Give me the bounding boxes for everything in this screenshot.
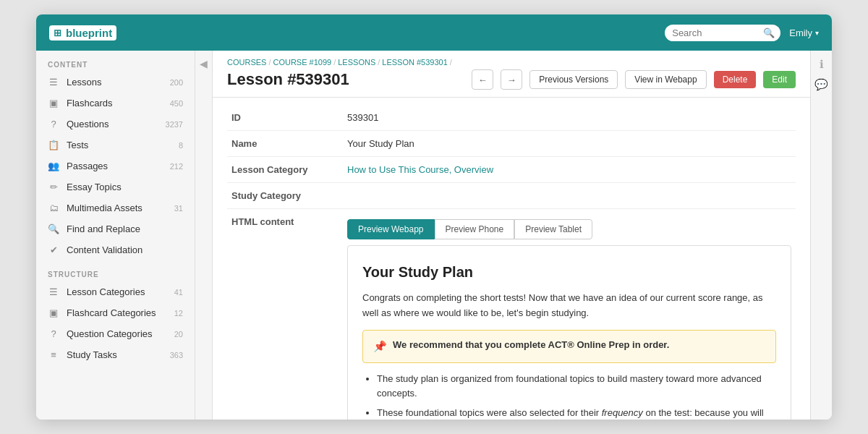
multimedia-icon: 🗂 (48, 203, 59, 213)
study-category-value (343, 183, 796, 209)
tab-preview-phone[interactable]: Preview Phone (435, 219, 515, 239)
search-box[interactable]: 🔍 (665, 25, 780, 41)
sidebar-item-essay-topics[interactable]: ✏ Essay Topics (36, 176, 195, 197)
edit-button[interactable]: Edit (763, 71, 796, 88)
bullet2-italic: frequency (602, 407, 643, 418)
lesson-categories-count: 41 (174, 288, 183, 297)
search-icon: 🔍 (763, 27, 775, 38)
html-content-label: HTML content (227, 209, 343, 420)
info-icon[interactable]: ℹ (820, 58, 824, 71)
table-row-html-content: HTML content Preview Webapp Preview Phon… (227, 209, 796, 420)
flashcards-icon: ▣ (48, 98, 59, 109)
notice-text: We recommend that you complete ACT® Onli… (393, 338, 669, 353)
nav-back-button[interactable]: ← (472, 69, 493, 90)
content-header: COURSES / COURSE #1099 / LESSONS / LESSO… (213, 51, 810, 98)
sidebar-label-multimedia: Multimedia Assets (67, 203, 167, 213)
sidebar-label-essay-topics: Essay Topics (67, 182, 176, 192)
study-tasks-icon: ≡ (48, 349, 59, 360)
lesson-category-value: How to Use This Course, Overview (343, 157, 796, 183)
detail-table: ID 539301 Name Your Study Plan Lesson Ca… (227, 105, 796, 420)
study-tasks-count: 363 (170, 351, 183, 359)
sidebar-item-find-replace[interactable]: 🔍 Find and Replace (36, 218, 195, 239)
sidebar-label-flashcard-categories: Flashcard Categories (67, 307, 167, 318)
sidebar-item-study-tasks[interactable]: ≡ Study Tasks 363 (36, 344, 195, 365)
content-heading: Your Study Plan (362, 260, 776, 284)
sidebar-label-question-categories: Question Categories (67, 328, 167, 339)
nav-forward-button[interactable]: → (501, 69, 522, 90)
chevron-down-icon: ▾ (815, 29, 819, 37)
study-category-label: Study Category (227, 183, 343, 209)
structure-section-label: STRUCTURE (36, 260, 195, 281)
sidebar-label-lesson-categories: Lesson Categories (67, 286, 167, 297)
sidebar-item-content-validation[interactable]: ✔ Content Validation (36, 239, 195, 260)
id-value: 539301 (343, 105, 796, 131)
sidebar-item-questions[interactable]: ? Questions 3237 (36, 114, 195, 135)
search-input[interactable] (672, 27, 759, 38)
content-validation-icon: ✔ (48, 244, 59, 255)
questions-count: 3237 (166, 120, 183, 129)
sidebar-item-flashcard-categories[interactable]: ▣ Flashcard Categories 12 (36, 302, 195, 323)
lesson-categories-icon: ☰ (48, 286, 59, 297)
content-area: COURSES / COURSE #1099 / LESSONS / LESSO… (213, 51, 810, 420)
sidebar-item-lesson-categories[interactable]: ☰ Lesson Categories 41 (36, 281, 195, 302)
detail-area: ID 539301 Name Your Study Plan Lesson Ca… (213, 98, 810, 420)
sidebar-item-tests[interactable]: 📋 Tests 8 (36, 135, 195, 156)
id-label: ID (227, 105, 343, 131)
html-content-preview: Your Study Plan Congrats on completing t… (347, 245, 791, 420)
passages-count: 212 (170, 162, 183, 171)
flashcards-count: 450 (170, 99, 183, 108)
table-row-study-category: Study Category (227, 183, 796, 209)
multimedia-count: 31 (174, 204, 183, 213)
content-list: The study plan is organized from foundat… (362, 372, 776, 420)
right-icon-rail: ℹ 💬 (810, 51, 832, 420)
sidebar-item-flashcards[interactable]: ▣ Flashcards 450 (36, 93, 195, 114)
prev-versions-button[interactable]: Previous Versions (529, 70, 618, 89)
header-row: Lesson #539301 ← → Previous Versions Vie… (227, 69, 796, 97)
user-menu[interactable]: Emily ▾ (789, 27, 819, 38)
breadcrumb-lessons[interactable]: LESSONS (338, 58, 375, 67)
sidebar-item-lessons[interactable]: ☰ Lessons 200 (36, 72, 195, 93)
breadcrumb-course[interactable]: COURSE #1099 (273, 58, 331, 67)
list-item: The study plan is organized from foundat… (377, 372, 776, 402)
table-row-id: ID 539301 (227, 105, 796, 131)
sidebar-item-passages[interactable]: 👥 Passages 212 (36, 156, 195, 176)
breadcrumb: COURSES / COURSE #1099 / LESSONS / LESSO… (227, 58, 796, 67)
topbar: ⊞ blueprint 🔍 Emily ▾ (36, 14, 832, 51)
tab-preview-webapp[interactable]: Preview Webapp (347, 219, 435, 239)
sidebar-label-passages: Passages (67, 161, 163, 171)
bullet2-prefix: These foundational topics were also sele… (377, 407, 602, 418)
name-value: Your Study Plan (343, 131, 796, 157)
list-item: These foundational topics were also sele… (377, 406, 776, 420)
sidebar-label-lessons: Lessons (67, 77, 163, 88)
content-section-label: CONTENT (36, 51, 195, 72)
pin-icon: 📌 (373, 338, 387, 355)
table-row-lesson-category: Lesson Category How to Use This Course, … (227, 157, 796, 183)
view-webapp-button[interactable]: View in Webapp (625, 70, 706, 89)
sidebar-item-multimedia[interactable]: 🗂 Multimedia Assets 31 (36, 197, 195, 218)
breadcrumb-lesson[interactable]: LESSON #539301 (382, 58, 448, 67)
breadcrumb-sep-4: / (450, 58, 452, 67)
logo-text: blueprint (66, 27, 112, 39)
find-replace-icon: 🔍 (48, 224, 59, 234)
lesson-category-link[interactable]: How to Use This Course, Overview (347, 164, 493, 175)
preview-tabs: Preview Webapp Preview Phone Preview Tab… (347, 219, 791, 239)
notice-box: 📌 We recommend that you complete ACT® On… (362, 330, 776, 363)
chat-icon[interactable]: 💬 (814, 78, 828, 91)
questions-icon: ? (48, 119, 59, 129)
sidebar-label-study-tasks: Study Tasks (67, 349, 163, 360)
sidebar-label-flashcards: Flashcards (67, 98, 163, 109)
html-content-cell: Preview Webapp Preview Phone Preview Tab… (343, 209, 796, 420)
essay-topics-icon: ✏ (48, 182, 59, 192)
flashcard-categories-count: 12 (174, 309, 183, 318)
delete-button[interactable]: Delete (714, 71, 757, 88)
lesson-category-label: Lesson Category (227, 157, 343, 183)
collapse-icon: ◀ (200, 58, 208, 69)
sidebar-collapse-button[interactable]: ◀ (195, 51, 213, 420)
question-categories-count: 20 (174, 330, 183, 339)
page-title: Lesson #539301 (227, 70, 464, 89)
flashcard-categories-icon: ▣ (48, 307, 59, 318)
sidebar-item-question-categories[interactable]: ? Question Categories 20 (36, 323, 195, 344)
tab-preview-tablet[interactable]: Preview Tablet (514, 219, 592, 239)
breadcrumb-courses[interactable]: COURSES (227, 58, 266, 67)
logo[interactable]: ⊞ blueprint (49, 25, 116, 41)
